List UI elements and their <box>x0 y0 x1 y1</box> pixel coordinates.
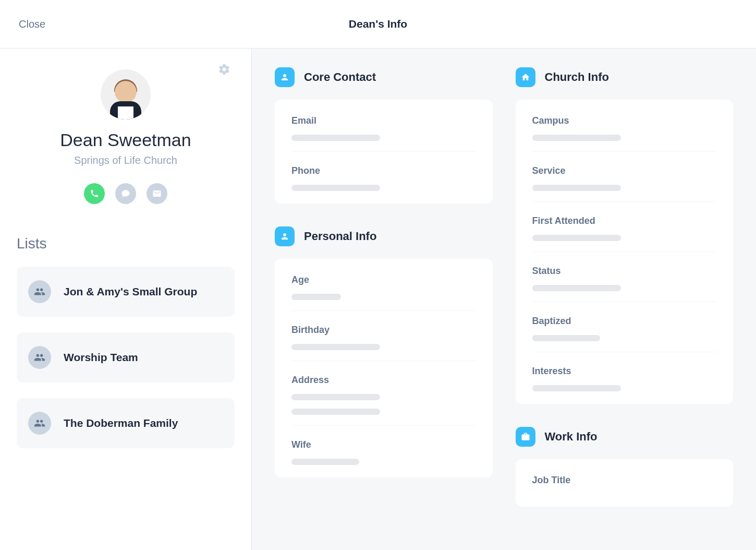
sidebar: Dean Sweetman Springs of Life Church <box>0 49 252 550</box>
profile-name: Dean Sweetman <box>60 130 191 150</box>
call-button[interactable] <box>84 183 105 204</box>
placeholder-value <box>291 344 380 350</box>
field-label: Job Title <box>532 475 717 486</box>
section-title: Church Info <box>545 70 609 84</box>
main-content: Core Contact Email Phone Persona <box>252 49 756 550</box>
content: Dean Sweetman Springs of Life Church <box>0 49 756 550</box>
field-job-title: Job Title <box>532 461 717 505</box>
field-label: Phone <box>291 165 476 176</box>
section-title: Core Contact <box>304 70 376 84</box>
work-info-card: Job Title <box>516 459 734 507</box>
section-header-work-info: Work Info <box>516 427 734 447</box>
field-first-attended: First Attended <box>532 202 717 252</box>
field-label: Age <box>291 274 476 285</box>
placeholder-value <box>532 385 621 391</box>
field-label: Baptized <box>532 316 717 327</box>
section-header-core-contact: Core Contact <box>275 67 493 87</box>
field-email: Email <box>291 102 476 152</box>
left-column: Core Contact Email Phone Persona <box>275 67 493 531</box>
field-baptized: Baptized <box>532 302 717 352</box>
field-birthday: Birthday <box>291 311 476 361</box>
lists-heading: Lists <box>17 235 235 252</box>
header: Close Dean's Info <box>0 0 756 49</box>
core-contact-card: Email Phone <box>275 100 493 204</box>
field-campus: Campus <box>532 102 717 152</box>
avatar <box>101 69 151 119</box>
gear-icon[interactable] <box>218 63 230 78</box>
placeholder-value <box>532 285 621 291</box>
close-button[interactable]: Close <box>19 18 45 30</box>
list-item-label: The Doberman Family <box>64 417 178 429</box>
field-label: Birthday <box>291 325 476 336</box>
email-button[interactable] <box>147 183 167 204</box>
placeholder-value <box>291 409 380 415</box>
right-column: Church Info Campus Service First Attende… <box>516 67 734 531</box>
section-header-church-info: Church Info <box>516 67 734 87</box>
list-item-worship-team[interactable]: Worship Team <box>17 332 235 382</box>
field-label: First Attended <box>532 216 717 226</box>
list-item-family[interactable]: The Doberman Family <box>17 398 235 448</box>
list-item-label: Worship Team <box>64 351 138 364</box>
placeholder-value <box>291 135 380 141</box>
section-title: Personal Info <box>304 230 376 243</box>
profile-section: Dean Sweetman Springs of Life Church <box>17 69 235 235</box>
placeholder-value <box>291 459 359 465</box>
field-label: Address <box>291 375 476 386</box>
placeholder-value <box>291 294 341 300</box>
list-item-small-group[interactable]: Jon & Amy's Small Group <box>17 267 235 317</box>
field-age: Age <box>291 261 476 311</box>
field-label: Interests <box>532 366 717 377</box>
field-label: Campus <box>532 115 717 126</box>
action-buttons <box>84 183 167 204</box>
section-title: Work Info <box>545 430 598 444</box>
church-info-card: Campus Service First Attended Status Bap… <box>516 100 734 404</box>
field-label: Service <box>532 165 717 176</box>
group-icon <box>28 412 51 435</box>
page-title: Dean's Info <box>349 18 407 30</box>
field-label: Wife <box>291 439 476 450</box>
placeholder-value <box>532 135 621 141</box>
field-wife: Wife <box>291 426 476 475</box>
placeholder-value <box>532 335 600 341</box>
placeholder-value <box>291 394 380 400</box>
field-phone: Phone <box>291 152 476 201</box>
section-header-personal-info: Personal Info <box>275 226 493 246</box>
placeholder-value <box>532 185 621 191</box>
personal-info-card: Age Birthday Address Wife <box>275 259 493 477</box>
field-label: Status <box>532 266 717 277</box>
message-button[interactable] <box>115 183 136 204</box>
placeholder-value <box>291 185 380 191</box>
field-service: Service <box>532 152 717 202</box>
field-interests: Interests <box>532 352 717 402</box>
field-label: Email <box>291 115 476 126</box>
placeholder-value <box>532 235 621 241</box>
home-icon <box>516 67 535 87</box>
profile-organization: Springs of Life Church <box>74 154 177 166</box>
group-icon <box>28 346 51 369</box>
person-icon <box>275 67 295 87</box>
briefcase-icon <box>516 427 535 447</box>
list-item-label: Jon & Amy's Small Group <box>64 285 197 298</box>
field-status: Status <box>532 252 717 302</box>
person-icon <box>275 226 295 246</box>
field-address: Address <box>291 361 476 426</box>
group-icon <box>28 280 51 303</box>
